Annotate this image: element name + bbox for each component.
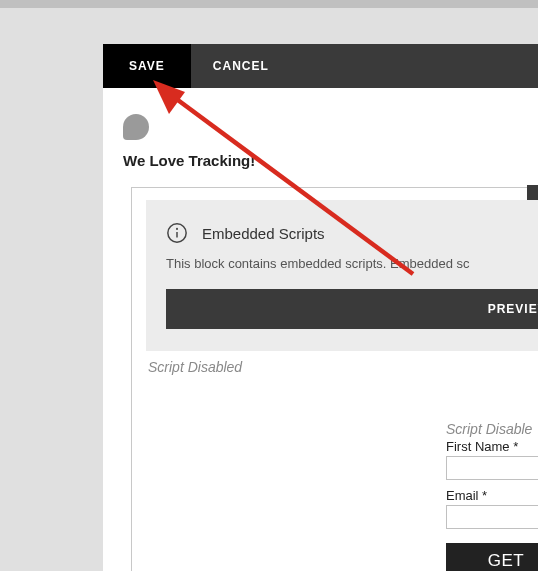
- first-name-field[interactable]: [446, 456, 538, 480]
- script-disabled-label: Script Disabled: [148, 359, 538, 375]
- main-panel: SAVE CANCEL Editing We Love Tracking! Co…: [103, 44, 538, 571]
- cancel-button[interactable]: CANCEL: [191, 44, 291, 88]
- info-row: Embedded Scripts: [166, 222, 538, 244]
- page-background: SAVE CANCEL Editing We Love Tracking! Co…: [0, 8, 538, 571]
- editor-toolbar: SAVE CANCEL Editing: [103, 44, 538, 88]
- preview-button[interactable]: PREVIEW: [166, 289, 538, 329]
- embedded-info-panel: Embedded Scripts This block contains emb…: [146, 200, 538, 351]
- form-script-disabled: Script Disable: [446, 421, 538, 437]
- embed-box: Code Embedded Scripts This block contai: [131, 187, 538, 571]
- email-label: Email *: [446, 488, 538, 503]
- info-icon: [166, 222, 188, 244]
- content-area: We Love Tracking! Code Embedded Scripts: [103, 88, 538, 571]
- quote-icon: [123, 114, 149, 140]
- embedded-heading: Embedded Scripts: [202, 225, 325, 242]
- first-name-label: First Name *: [446, 439, 538, 454]
- save-button[interactable]: SAVE: [103, 44, 191, 88]
- block-title: We Love Tracking!: [123, 152, 538, 169]
- form-area: Script Disable First Name * Email * GET: [446, 421, 538, 571]
- email-field[interactable]: [446, 505, 538, 529]
- embedded-description: This block contains embedded scripts. Em…: [166, 256, 538, 271]
- get-button[interactable]: GET: [446, 543, 538, 571]
- top-strip: [0, 0, 538, 8]
- svg-point-1: [176, 228, 178, 230]
